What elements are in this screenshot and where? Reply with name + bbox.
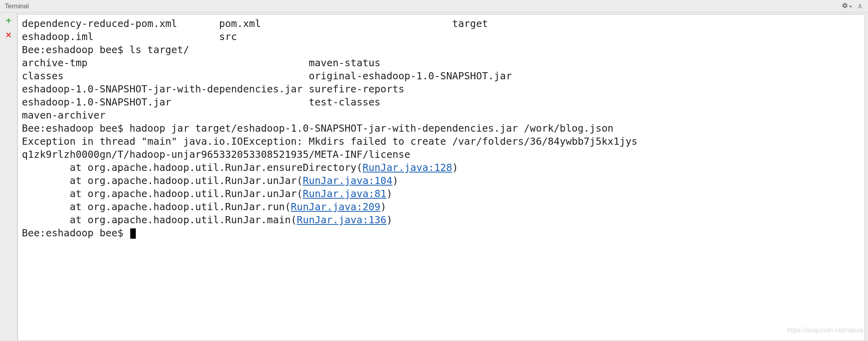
file-entry: surefire-reports — [309, 83, 404, 95]
file-entry: test-classes — [309, 96, 380, 108]
stack-trace-line: at org.apache.hadoop.util.RunJar.main(Ru… — [22, 214, 392, 226]
source-link[interactable]: RunJar.java:104 — [303, 175, 392, 186]
exception-line: Exception in thread "main" java.io.IOExc… — [22, 136, 637, 147]
file-entry: eshadoop.iml — [22, 31, 94, 42]
gear-icon — [842, 2, 848, 10]
ls-output-row: maven-archiver — [22, 109, 106, 121]
file-entry: src — [219, 31, 237, 42]
watermark: https://blog.csdn.net/napoa — [787, 327, 863, 334]
source-link[interactable]: RunJar.java:136 — [297, 214, 386, 226]
file-entry: classes — [22, 70, 64, 82]
stack-trace-line: at org.apache.hadoop.util.RunJar.unJar(R… — [22, 188, 392, 199]
ls-output-row: eshadoop.iml src — [22, 31, 237, 42]
file-entry: eshadoop-1.0-SNAPSHOT-jar-with-dependenc… — [22, 83, 303, 95]
settings-button[interactable] — [842, 2, 852, 10]
stack-trace-line: at org.apache.hadoop.util.RunJar.ensureD… — [22, 162, 458, 173]
stack-trace-line: at org.apache.hadoop.util.RunJar.unJar(R… — [22, 175, 398, 186]
close-session-button[interactable]: × — [5, 31, 13, 39]
cursor — [130, 228, 136, 239]
shell-prompt-line: Bee:eshadoop bee$ hadoop jar target/esha… — [22, 123, 613, 134]
source-link[interactable]: RunJar.java:81 — [303, 188, 386, 199]
file-entry: target — [452, 18, 488, 29]
terminal-header: Terminal — [0, 0, 868, 13]
source-link[interactable]: RunJar.java:128 — [363, 162, 452, 173]
exception-line: q1zk9rlzh0000gn/T/hadoop-unjar9653320533… — [22, 149, 410, 160]
file-entry: archive-tmp — [22, 57, 88, 69]
shell-prompt-line: Bee:eshadoop bee$ — [22, 227, 136, 239]
file-entry: dependency-reduced-pom.xml — [22, 18, 177, 29]
ls-output-row: eshadoop-1.0-SNAPSHOT.jar test-classes — [22, 96, 380, 108]
ls-output-row: eshadoop-1.0-SNAPSHOT-jar-with-dependenc… — [22, 83, 404, 95]
ls-output-row: archive-tmp maven-status — [22, 57, 380, 69]
terminal-output[interactable]: dependency-reduced-pom.xml pom.xml targe… — [17, 14, 865, 341]
terminal-gutter: + × — [0, 13, 17, 341]
source-link[interactable]: RunJar.java:209 — [291, 201, 380, 213]
hide-button[interactable] — [857, 2, 863, 10]
shell-prompt-line: Bee:eshadoop bee$ ls target/ — [22, 44, 189, 56]
header-actions — [842, 2, 863, 10]
close-icon: × — [6, 30, 11, 40]
ls-output-row: classes original-eshadoop-1.0-SNAPSHOT.j… — [22, 70, 512, 82]
panel-title: Terminal — [5, 3, 842, 10]
file-entry: original-eshadoop-1.0-SNAPSHOT.jar — [309, 70, 512, 82]
plus-icon: + — [6, 16, 11, 25]
file-entry: pom.xml — [219, 18, 261, 29]
file-entry: maven-status — [309, 57, 380, 69]
new-session-button[interactable]: + — [5, 17, 13, 25]
stack-trace-line: at org.apache.hadoop.util.RunJar.run(Run… — [22, 201, 386, 213]
ls-output-row: dependency-reduced-pom.xml pom.xml targe… — [22, 18, 488, 29]
file-entry: eshadoop-1.0-SNAPSHOT.jar — [22, 96, 171, 108]
main-area: + × dependency-reduced-pom.xml pom.xml t… — [0, 13, 868, 341]
chevron-down-icon — [849, 3, 852, 10]
